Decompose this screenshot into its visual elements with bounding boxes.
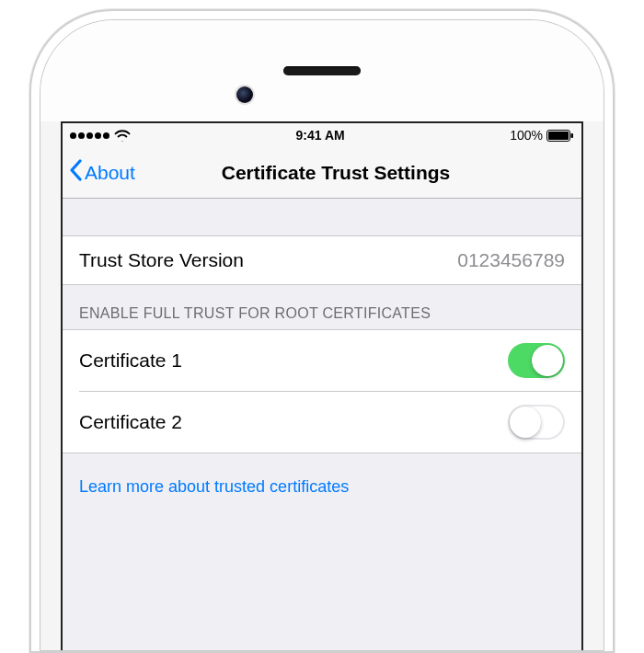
screen: 9:41 AM 100% xyxy=(61,121,583,650)
back-button[interactable]: About xyxy=(63,159,135,186)
svg-rect-1 xyxy=(548,132,569,140)
section-header: ENABLE FULL TRUST FOR ROOT CERTIFICATES xyxy=(63,285,581,329)
phone-front-camera xyxy=(236,86,253,103)
certificate-row: Certificate 1 xyxy=(63,330,581,391)
certificate-row: Certificate 2 xyxy=(79,391,581,453)
certificate-toggle[interactable] xyxy=(508,405,565,440)
trust-store-version-label: Trust Store Version xyxy=(79,249,244,271)
page-title: Certificate Trust Settings xyxy=(222,162,451,184)
svg-rect-2 xyxy=(570,133,573,138)
certificate-label: Certificate 2 xyxy=(79,411,182,433)
status-bar: 9:41 AM 100% xyxy=(63,123,581,147)
phone-speaker xyxy=(283,66,361,75)
certificate-label: Certificate 1 xyxy=(79,349,182,372)
nav-bar: About Certificate Trust Settings xyxy=(63,147,581,199)
battery-percent: 100% xyxy=(510,128,543,143)
certificate-toggle[interactable] xyxy=(508,343,565,378)
status-time: 9:41 AM xyxy=(296,128,345,143)
back-label: About xyxy=(85,162,135,184)
learn-more-link[interactable]: Learn more about trusted certificates xyxy=(63,453,581,506)
signal-strength-icon xyxy=(70,132,109,139)
battery-icon xyxy=(546,130,574,142)
trust-store-version-row: Trust Store Version 0123456789 xyxy=(63,235,581,285)
certificates-group: Certificate 1 Certificate 2 xyxy=(63,329,581,453)
wifi-icon xyxy=(114,130,131,142)
chevron-left-icon xyxy=(68,159,83,186)
trust-store-version-value: 0123456789 xyxy=(457,249,565,271)
